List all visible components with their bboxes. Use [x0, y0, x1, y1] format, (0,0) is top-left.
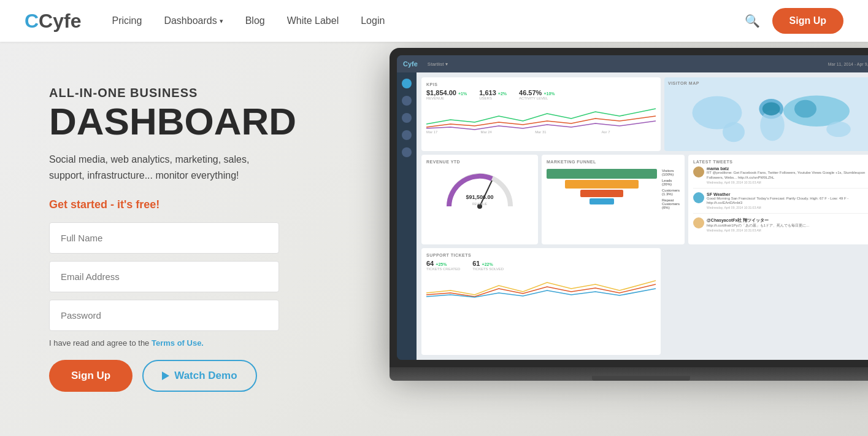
marketing-funnel-title: MARKETING FUNNEL — [547, 160, 680, 164]
visitor-map-title: VISITOR MAP — [668, 81, 868, 85]
kpi-row: $1,854.00 +1% REVENUE 1,613 — [426, 89, 656, 100]
logo[interactable]: CCyfe — [25, 10, 81, 33]
tweet-1-avatar — [693, 166, 704, 177]
fullname-input[interactable] — [49, 222, 279, 254]
kpi-revenue-value: $1,854.00 +1% — [426, 89, 467, 96]
tweet-3-name: @ChasyacotFx社 翔ツイッター — [707, 217, 809, 224]
sidebar-icon-help — [402, 130, 412, 140]
search-button[interactable]: 🔍 — [745, 14, 760, 28]
support-chart — [426, 273, 656, 298]
terms-text: I have read and agree to the Terms of Us… — [49, 338, 276, 348]
svg-text:Mar 17: Mar 17 — [426, 130, 437, 133]
funnel-bars — [547, 166, 657, 209]
latest-tweets-title: LATEST TWEETS — [693, 160, 868, 164]
hero-right: Cyfe Startlist ▾ Mar 11, 2014 - Apr 9, 2… — [307, 42, 868, 436]
nav-login[interactable]: Login — [361, 15, 385, 26]
dash-date-range: Mar 11, 2014 - Apr 9, 2014 — [828, 62, 868, 66]
tweet-2-avatar — [693, 192, 704, 203]
nav-white-label[interactable]: White Label — [287, 15, 339, 26]
support-tickets-title: SUPPORT TICKETS — [426, 253, 656, 257]
tweet-3-text: http://t.co/dfratr1Pyの「あの墓」も1ドア、死んでも毎日更に… — [707, 224, 809, 228]
svg-text:Mar 24: Mar 24 — [481, 130, 493, 133]
kpi-users: 1,613 +2% USERS — [479, 89, 507, 100]
sidebar-icon-user — [402, 96, 412, 106]
logo-text-rest: Cyfe — [39, 10, 81, 32]
password-input[interactable] — [49, 300, 279, 331]
svg-text:$91,506.00: $91,506.00 — [466, 194, 493, 200]
sidebar-icon-power — [402, 147, 412, 157]
kpi-widget: KPIS $1,854.00 +1% REVENUE — [421, 77, 661, 151]
tweet-3-avatar — [693, 217, 704, 228]
kpi-widget-title: KPIS — [426, 82, 656, 87]
funnel-bar-repeat — [590, 198, 614, 204]
dash-tab: Startlist ▾ — [428, 61, 448, 67]
visitor-map-widget: VISITOR MAP — [664, 77, 868, 151]
kpi-users-value: 1,613 +2% — [479, 89, 507, 96]
nav-links: Pricing Dashboards ▾ Blog White Label Lo… — [112, 15, 744, 26]
nav-signup-button[interactable]: Sign Up — [772, 8, 843, 34]
svg-point-5 — [723, 122, 745, 142]
nav-blog[interactable]: Blog — [245, 15, 265, 26]
kpi-chart: Mar 17 Mar 24 Mar 31 Apr 7 — [426, 103, 656, 133]
sidebar-icon-settings — [402, 113, 412, 123]
dash-row-2: REVENUE YTD — [421, 155, 868, 244]
nav-pricing[interactable]: Pricing — [112, 15, 142, 26]
dash-body: KPIS $1,854.00 +1% REVENUE — [397, 72, 868, 360]
navigation: CCyfe Pricing Dashboards ▾ Blog White La… — [0, 0, 868, 42]
nav-dashboards[interactable]: Dashboards ▾ — [164, 15, 223, 26]
svg-point-9 — [826, 122, 851, 137]
dash-content: KPIS $1,854.00 +1% REVENUE — [417, 72, 868, 360]
laptop-mockup: Cyfe Startlist ▾ Mar 11, 2014 - Apr 9, 2… — [390, 48, 868, 404]
kpi-activity: 46.57% +10% ACTIVITY LEVEL — [519, 89, 555, 100]
hero-left: ALL-IN-ONE BUSINESS DASHBOARD Social med… — [0, 42, 307, 436]
email-group — [49, 261, 276, 292]
fullname-group — [49, 222, 276, 254]
tweet-2-name: SF Weather — [707, 192, 868, 197]
svg-text:Mar 31: Mar 31 — [535, 130, 547, 133]
support-tickets-widget: SUPPORT TICKETS 64 +25% TICKETS CREATED — [421, 248, 661, 355]
support-created: 64 +25% TICKETS CREATED — [426, 260, 460, 271]
dash-header: Cyfe Startlist ▾ Mar 11, 2014 - Apr 9, 2… — [397, 55, 868, 72]
gauge-chart: $91,506.00 REVENUE — [426, 166, 533, 209]
hero-cta-text: Get started - it's free! — [49, 198, 276, 211]
tweet-3: @ChasyacotFx社 翔ツイッター http://t.co/dfratr1… — [693, 217, 868, 236]
dash-row-3: SUPPORT TICKETS 64 +25% TICKETS CREATED — [421, 248, 868, 355]
tweet-1-time: Wednesday, April 09, 2014 10:31:03 AM — [707, 181, 868, 184]
support-kpis: 64 +25% TICKETS CREATED 61 — [426, 260, 656, 271]
tweet-1-text: RT @prodikme: Get Facebook Fans, Twitter… — [707, 171, 868, 181]
funnel-bar-visitors — [547, 169, 657, 179]
hero-subtitle: ALL-IN-ONE BUSINESS — [49, 86, 276, 100]
revenue-ytd-widget: REVENUE YTD — [421, 155, 538, 244]
svg-text:Apr 7: Apr 7 — [601, 130, 610, 133]
world-map-svg — [668, 88, 868, 143]
hero-title: DASHBOARD — [49, 103, 276, 141]
funnel-legend: Visitors (100%) Leads (26%) Customers (1… — [662, 166, 680, 209]
funnel-content: Visitors (100%) Leads (26%) Customers (1… — [547, 166, 680, 209]
svg-point-10 — [762, 102, 780, 115]
funnel-bar-customers — [580, 190, 623, 197]
dash-logo: Cyfe — [403, 60, 418, 68]
hero-signup-button[interactable]: Sign Up — [49, 360, 133, 392]
sidebar-icon-home — [402, 79, 412, 88]
email-input[interactable] — [49, 261, 279, 292]
svg-point-11 — [794, 100, 816, 118]
search-icon: 🔍 — [745, 14, 760, 28]
tweet-1: mama batz RT @prodikme: Get Facebook Fan… — [693, 166, 868, 189]
kpi-revenue: $1,854.00 +1% REVENUE — [426, 89, 467, 100]
laptop-base — [390, 367, 868, 381]
kpi-activity-value: 46.57% +10% — [519, 89, 555, 96]
svg-text:REVENUE: REVENUE — [472, 202, 488, 206]
terms-link[interactable]: Terms of Use. — [152, 338, 204, 348]
funnel-bar-leads — [565, 180, 639, 189]
watch-demo-button[interactable]: Watch Demo — [142, 360, 256, 392]
logo-c: C — [25, 10, 39, 32]
marketing-funnel-widget: MARKETING FUNNEL — [542, 155, 685, 244]
hero-section: ALL-IN-ONE BUSINESS DASHBOARD Social med… — [0, 42, 868, 436]
funnel-legend-customers: Customers (1.3%) — [662, 189, 680, 196]
dash-sidebar — [397, 72, 417, 360]
password-group — [49, 300, 276, 331]
tweet-3-time: Wednesday, April 09, 2014 10:31:03 AM — [707, 228, 809, 232]
latest-tweets-widget: LATEST TWEETS mama batz RT @prodikme: Ge… — [688, 155, 868, 244]
tweet-2-text: Good Morning San Francisco! Today's Fore… — [707, 197, 868, 206]
support-solved: 61 +22% TICKETS SOLVED — [472, 260, 504, 271]
